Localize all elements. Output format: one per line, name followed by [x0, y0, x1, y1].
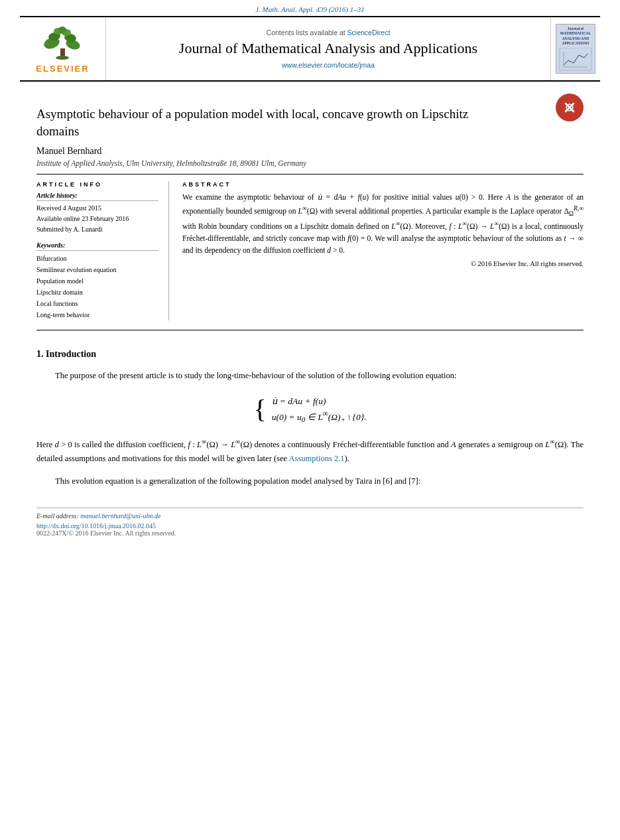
crossmark-container	[556, 94, 584, 121]
received-date: Received 4 August 2015	[36, 203, 158, 214]
email-value: manuel.bernhard@uni-ulm.de	[80, 512, 160, 520]
keywords-label: Keywords:	[36, 242, 158, 251]
elsevier-tree-icon	[40, 25, 86, 61]
introduction-section: 1. Introduction The purpose of the prese…	[36, 349, 584, 487]
equation-brace-icon: {	[253, 396, 266, 423]
email-link[interactable]: manuel.bernhard@uni-ulm.de	[80, 512, 160, 520]
copyright-line: © 2016 Elsevier Inc. All rights reserved…	[182, 260, 584, 267]
keywords-list: Bifurcation Semilinear evolution equatio…	[36, 253, 158, 320]
journal-cover-image: Journal ofMATHEMATICALANALYSIS ANDAPPLIC…	[556, 24, 595, 74]
elsevier-logo-box: ELSEVIER	[20, 17, 106, 80]
info-abstract-container: ARTICLE INFO Article history: Received 4…	[36, 181, 584, 320]
divider-top	[36, 174, 584, 175]
email-label: E-mail address:	[36, 512, 79, 520]
section-title: 1. Introduction	[36, 349, 584, 360]
equation-line-2: u(0) = u0 ∈ L∞(Ω)+ \ {0}.	[272, 409, 367, 423]
footer-doi[interactable]: http://dx.doi.org/10.1016/j.jmaa.2016.02…	[36, 522, 584, 529]
author-name: Manuel Bernhard	[36, 146, 584, 157]
article-history-label: Article history:	[36, 192, 158, 201]
equation-block: { u̇ = dAu + f(u) u(0) = u0 ∈ L∞(Ω)+ \ {…	[36, 395, 584, 423]
elsevier-label: ELSEVIER	[36, 64, 89, 74]
citation-text: J. Math. Anal. Appl. 439 (2016) 1–31	[255, 5, 365, 13]
footer-email: E-mail address: manuel.bernhard@uni-ulm.…	[36, 512, 584, 520]
journal-header: ELSEVIER Contents lists available at Sci…	[20, 16, 600, 82]
article-history-dates: Received 4 August 2015 Available online …	[36, 203, 158, 235]
main-content: Asymptotic behaviour of a population mod…	[0, 82, 620, 550]
author-affiliation: Institute of Applied Analysis, Ulm Unive…	[36, 159, 584, 167]
svg-point-9	[56, 56, 69, 60]
keyword-5: Local functions	[36, 298, 158, 309]
equation-line-1: u̇ = dAu + f(u)	[272, 395, 367, 407]
keyword-3: Population model	[36, 275, 158, 287]
abstract-text: We examine the asymptotic behaviour of u…	[182, 192, 584, 256]
equation-lines: u̇ = dAu + f(u) u(0) = u0 ∈ L∞(Ω)+ \ {0}…	[272, 395, 367, 423]
journal-url[interactable]: www.elsevier.com/locate/jmaa	[282, 61, 375, 69]
keyword-2: Semilinear evolution equation	[36, 264, 158, 275]
available-online-date: Available online 23 February 2016	[36, 214, 158, 224]
sciencedirect-link[interactable]: ScienceDirect	[347, 29, 391, 36]
divider-bottom	[36, 330, 584, 330]
contents-line: Contents lists available at ScienceDirec…	[267, 29, 391, 36]
article-title: Asymptotic behaviour of a population mod…	[36, 105, 487, 139]
crossmark-badge	[556, 94, 584, 121]
submitted-by: Submitted by A. Lunardi	[36, 224, 158, 235]
keyword-6: Long-term behavior	[36, 309, 158, 320]
journal-title: Journal of Mathematical Analysis and App…	[179, 39, 477, 58]
article-info: ARTICLE INFO Article history: Received 4…	[36, 181, 169, 320]
intro-paragraph-1: The purpose of the present article is to…	[36, 369, 584, 382]
keyword-1: Bifurcation	[36, 253, 158, 264]
journal-center: Contents lists available at ScienceDirec…	[106, 17, 550, 80]
footer-issn: 0022-247X/© 2016 Elsevier Inc. All right…	[36, 529, 584, 537]
footer: E-mail address: manuel.bernhard@uni-ulm.…	[36, 508, 584, 537]
article-info-title: ARTICLE INFO	[36, 181, 158, 188]
journal-citation: J. Math. Anal. Appl. 439 (2016) 1–31	[0, 0, 620, 16]
intro-paragraph-3: This evolution equation is a generalizat…	[36, 474, 584, 488]
svg-rect-10	[560, 48, 591, 70]
keyword-4: Lipschitz domain	[36, 287, 158, 298]
intro-paragraph-2: Here d > 0 is called the diffusion coeff…	[36, 437, 584, 464]
svg-point-7	[58, 27, 66, 33]
abstract-section: ABSTRACT We examine the asymptotic behav…	[182, 181, 584, 320]
abstract-title: ABSTRACT	[182, 181, 584, 188]
journal-cover-box: Journal ofMATHEMATICALANALYSIS ANDAPPLIC…	[550, 17, 600, 80]
